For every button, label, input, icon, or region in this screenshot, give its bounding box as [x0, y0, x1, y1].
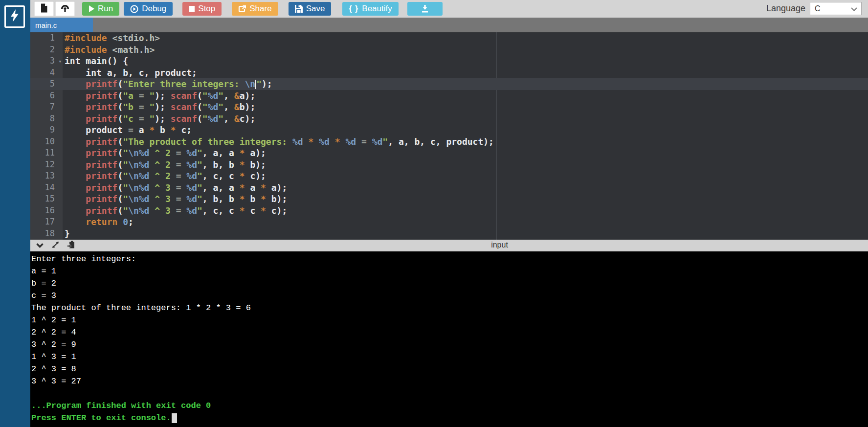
save-label: Save	[306, 4, 325, 14]
console-text-line: 1 ^ 3 = 1	[31, 351, 868, 363]
line-number: 10	[30, 136, 63, 148]
run-button[interactable]: Run	[82, 2, 119, 16]
language-select[interactable]: C	[810, 2, 862, 15]
code-line[interactable]: 3▾int main() {	[30, 55, 868, 67]
code-text: product = a * b * c;	[63, 124, 192, 136]
code-lines: 1#include <stdio.h>2#include <math.h>3▾i…	[30, 32, 868, 239]
save-button[interactable]: Save	[289, 2, 332, 16]
line-number: 12	[30, 159, 63, 171]
floppy-save-icon	[295, 5, 303, 13]
download-icon	[421, 5, 429, 13]
code-line[interactable]: 1#include <stdio.h>	[30, 32, 868, 44]
console-text-line: Enter three integers:	[31, 253, 868, 265]
console-text-line: 2 ^ 3 = 8	[31, 363, 868, 375]
line-number: 13	[30, 170, 63, 182]
new-file-icon	[40, 3, 48, 14]
sidebar	[0, 0, 30, 427]
console-status-line: ...Program finished with exit code 0	[31, 400, 868, 412]
code-line[interactable]: 7 printf("b = "); scanf("%d", &b);	[30, 101, 868, 113]
code-line[interactable]: 18}	[30, 228, 868, 240]
fold-marker-icon[interactable]: ▾	[58, 56, 62, 67]
code-text: }	[63, 228, 70, 240]
code-text: return 0;	[63, 216, 134, 228]
code-line[interactable]: 2#include <math.h>	[30, 44, 868, 56]
line-number: 16	[30, 205, 63, 217]
code-text: printf("b = "); scanf("%d", &b);	[63, 101, 255, 113]
run-label: Run	[98, 4, 113, 14]
code-line[interactable]: 17 return 0;	[30, 216, 868, 228]
braces-icon: { }	[349, 4, 358, 13]
stop-button[interactable]: Stop	[182, 2, 222, 16]
tab-main-c[interactable]: main.c	[30, 18, 93, 32]
line-number: 5	[30, 78, 63, 90]
console-text-line: 3 ^ 2 = 9	[31, 338, 868, 351]
code-text: printf("\n%d ^ 2 = %d", a, a * a);	[63, 147, 266, 159]
code-text: printf("\n%d ^ 3 = %d", c, c * c * c);	[63, 205, 287, 217]
language-selected-value: C	[815, 4, 821, 13]
console-header: input	[30, 240, 868, 251]
code-line[interactable]: 4 int a, b, c, product;	[30, 67, 868, 79]
code-line[interactable]: 13 printf("\n%d ^ 2 = %d", c, c * c);	[30, 170, 868, 182]
code-text: printf("Enter three integers: \n");	[63, 78, 272, 90]
debug-button[interactable]: Debug	[124, 2, 173, 16]
debug-label: Debug	[142, 4, 166, 14]
clipboard-paste-icon	[67, 241, 75, 250]
chevron-down-icon	[36, 241, 44, 250]
debug-play-circle-icon	[130, 5, 138, 13]
share-button[interactable]: Share	[232, 2, 278, 16]
download-button[interactable]	[407, 2, 443, 16]
line-number: 8	[30, 113, 63, 125]
console-text-line: 3 ^ 3 = 27	[31, 375, 868, 387]
code-text: #include <stdio.h>	[63, 32, 160, 44]
code-line[interactable]: 16 printf("\n%d ^ 3 = %d", c, c * c * c)…	[30, 205, 868, 217]
diagonal-expand-icon	[52, 241, 59, 250]
code-line[interactable]: 9 product = a * b * c;	[30, 124, 868, 136]
code-line[interactable]: 11 printf("\n%d ^ 2 = %d", a, a * a);	[30, 147, 868, 159]
line-number: 14	[30, 182, 63, 194]
code-line[interactable]: 5 printf("Enter three integers: \n");	[30, 78, 868, 90]
code-text: int a, b, c, product;	[63, 67, 197, 79]
toolbar: Run Debug Stop	[30, 0, 868, 18]
code-text: int main() {	[63, 55, 128, 67]
chevron-down-icon	[851, 4, 857, 13]
console-text-line: 2 ^ 2 = 4	[31, 326, 868, 338]
stop-square-icon	[189, 6, 195, 12]
code-line[interactable]: 12 printf("\n%d ^ 2 = %d", b, b * b);	[30, 159, 868, 171]
line-number: 18	[30, 228, 63, 240]
app-logo[interactable]	[4, 5, 25, 28]
console-collapse-button[interactable]	[33, 240, 46, 251]
console-paste-button[interactable]	[65, 240, 77, 251]
code-line[interactable]: 14 printf("\n%d ^ 3 = %d", a, a * a * a)…	[30, 182, 868, 194]
code-editor[interactable]: 1#include <stdio.h>2#include <math.h>3▾i…	[30, 32, 868, 240]
code-line[interactable]: 6 printf("a = "); scanf("%d", &a);	[30, 90, 868, 102]
line-number: 3▾	[30, 55, 63, 67]
line-number: 9	[30, 124, 63, 136]
share-icon	[238, 5, 246, 13]
code-text: printf("a = "); scanf("%d", &a);	[63, 90, 255, 102]
console-text-line: c = 3	[31, 290, 868, 302]
stop-label: Stop	[198, 4, 215, 14]
console-text-line: b = 2	[31, 277, 868, 290]
code-text: printf("\n%d ^ 2 = %d", b, b * b);	[63, 159, 266, 171]
console-resize-button[interactable]	[49, 240, 62, 251]
language-label: Language	[766, 3, 805, 14]
upload-icon	[60, 4, 70, 14]
console-text-line: The product of three integers: 1 * 2 * 3…	[31, 302, 868, 314]
open-project-button[interactable]	[55, 1, 75, 16]
line-number: 7	[30, 101, 63, 113]
console-output[interactable]: Enter three integers:a = 1b = 2c = 3The …	[30, 251, 868, 427]
ide-app: Run Debug Stop	[0, 0, 868, 427]
console-text-line: 1 ^ 2 = 1	[31, 314, 868, 326]
beautify-button[interactable]: { } Beautify	[342, 2, 398, 16]
code-line[interactable]: 15 printf("\n%d ^ 3 = %d", b, b * b * b)…	[30, 193, 868, 205]
console-caret	[172, 413, 177, 423]
line-number: 11	[30, 147, 63, 159]
line-number: 17	[30, 216, 63, 228]
line-number: 1	[30, 32, 63, 44]
play-icon	[89, 5, 94, 12]
code-text: #include <math.h>	[63, 44, 155, 56]
code-line[interactable]: 8 printf("c = "); scanf("%d", &c);	[30, 113, 868, 125]
tab-label: main.c	[35, 21, 57, 29]
code-line[interactable]: 10 printf("The product of three integers…	[30, 136, 868, 148]
new-file-button[interactable]	[34, 1, 54, 16]
